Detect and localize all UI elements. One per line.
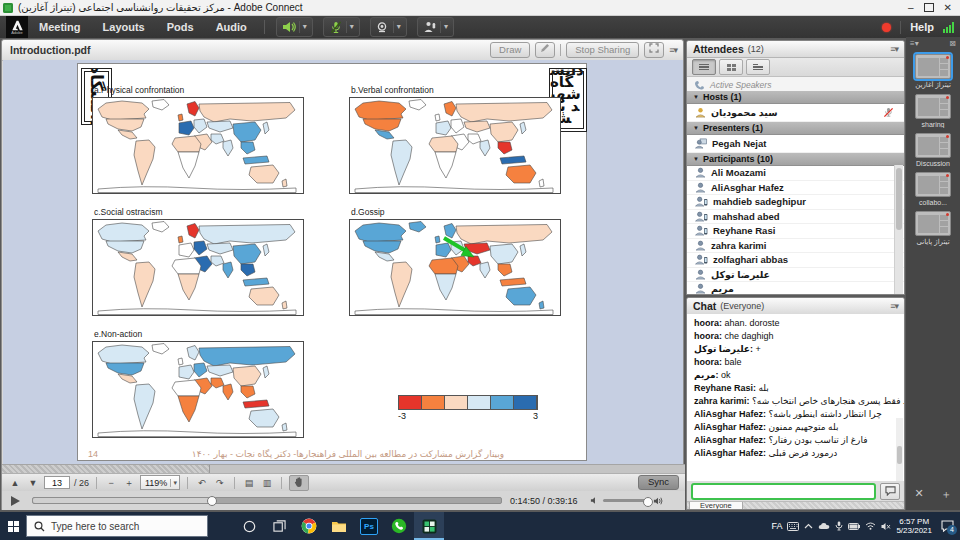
zoom-out-button[interactable]: −	[104, 476, 118, 490]
layouts-panel-menu-button[interactable]: ≡▾	[910, 39, 919, 48]
cortana-button[interactable]	[234, 512, 264, 540]
attendees-pod-menu-button[interactable]: ≡▾	[890, 44, 898, 54]
layout-thumbnail-3[interactable]	[915, 133, 951, 158]
share-pod-menu-button[interactable]: ≡▾	[669, 45, 677, 55]
battery-icon[interactable]	[848, 523, 860, 530]
photoshop-taskbar-icon[interactable]: Ps	[354, 512, 384, 540]
speaker-caret[interactable]: ▾	[299, 21, 310, 33]
attendee-row[interactable]: Ali Moazami	[687, 166, 904, 181]
status-caret[interactable]: ▾	[440, 21, 451, 33]
webcam-button[interactable]: ▾	[370, 17, 407, 37]
zoom-in-button[interactable]: ＋	[122, 476, 136, 490]
attendees-scrollbar[interactable]	[894, 165, 903, 294]
attendee-row[interactable]: سید محمودیان	[687, 104, 904, 122]
help-menu[interactable]: Help	[910, 21, 934, 33]
add-layout-button[interactable]: ＋	[941, 487, 952, 502]
continuous-view-button[interactable]: ▥	[260, 476, 274, 490]
attendee-row[interactable]: mahshad abed	[687, 210, 904, 225]
taskbar-search[interactable]: Type here to search	[26, 515, 208, 537]
chat-pod-menu-button[interactable]: ≡▾	[890, 301, 898, 311]
draw-button[interactable]: Draw	[490, 42, 530, 58]
notification-badge: 4	[947, 525, 957, 535]
file-explorer-taskbar-icon[interactable]	[324, 512, 354, 540]
menu-audio[interactable]: Audio	[205, 16, 258, 38]
tray-overflow-chevron-icon[interactable]	[804, 523, 813, 530]
touch-keyboard-icon[interactable]	[787, 522, 799, 531]
choropleth-map-2	[349, 97, 561, 194]
layout-thumbnail-5[interactable]	[915, 211, 951, 236]
rotate-right-button[interactable]: ↷	[213, 476, 227, 490]
task-view-button[interactable]	[264, 512, 294, 540]
maximize-button[interactable]	[924, 3, 934, 12]
speaker-volume-icon[interactable]	[653, 496, 664, 506]
language-indicator[interactable]: FA	[771, 521, 782, 531]
menu-pods[interactable]: Pods	[156, 16, 205, 38]
microphone-tray-icon[interactable]	[835, 521, 843, 531]
chat-message-list: hoora: ahan. dorostehoora: che daghighعل…	[687, 314, 904, 481]
onedrive-cloud-icon[interactable]	[818, 522, 830, 530]
playback-progress-slider[interactable]	[32, 497, 502, 504]
layout-thumbnail-4[interactable]	[915, 172, 951, 197]
chat-send-button[interactable]	[880, 483, 900, 500]
mute-icon[interactable]	[590, 496, 599, 505]
playback-progress-knob[interactable]	[207, 496, 217, 506]
next-page-button[interactable]: ▼	[26, 476, 40, 490]
attendee-row[interactable]: AliAsghar Hafez	[687, 181, 904, 196]
volume-knob[interactable]	[643, 497, 653, 507]
adobe-connect-taskbar-icon[interactable]	[414, 512, 444, 540]
chat-scrollbar[interactable]	[896, 418, 903, 481]
whatsapp-taskbar-icon[interactable]	[384, 512, 414, 540]
chat-scrollbar-thumb[interactable]	[897, 446, 902, 464]
attendee-row[interactable]: Pegah Nejat	[687, 135, 904, 153]
horizontal-scrollbar-thumb[interactable]	[2, 465, 210, 473]
wifi-icon[interactable]	[865, 522, 876, 530]
play-button[interactable]	[11, 496, 20, 506]
fullscreen-button[interactable]	[644, 42, 664, 58]
world-map-5	[92, 341, 304, 438]
attendee-row[interactable]: zahra karimi	[687, 239, 904, 254]
volume-muted-icon[interactable]	[881, 522, 891, 531]
attendee-row[interactable]: zolfaghari abbas	[687, 253, 904, 268]
attendee-group-header-1[interactable]: ▼Hosts (1)	[687, 91, 904, 104]
attendee-row[interactable]: علیرضا توکل	[687, 268, 904, 283]
microphone-caret[interactable]: ▾	[346, 21, 357, 33]
pen-tool-button[interactable]	[535, 42, 555, 58]
webcam-caret[interactable]: ▾	[393, 21, 404, 33]
stop-sharing-button[interactable]: Stop Sharing	[566, 42, 639, 58]
chat-input[interactable]	[691, 483, 876, 500]
menu-meeting[interactable]: Meeting	[28, 16, 92, 38]
volume-slider[interactable]	[603, 499, 649, 502]
attendee-group-header-2[interactable]: ▼Presenters (1)	[687, 122, 904, 135]
attendee-group-header-3[interactable]: ▼Participants (10)	[687, 153, 904, 166]
rotate-left-button[interactable]: ↶	[195, 476, 209, 490]
action-center-button[interactable]: 4	[937, 516, 957, 536]
zoom-level-select[interactable]: 119% ▾	[140, 475, 180, 490]
layouts-panel-close-icon[interactable]: ⊠	[949, 39, 956, 48]
single-page-view-button[interactable]: ▤	[242, 476, 256, 490]
close-button[interactable]: ✕	[944, 3, 952, 13]
attendee-row[interactable]: mahdieb sadeghipur	[687, 195, 904, 210]
attendee-grid-view-button[interactable]	[719, 59, 743, 75]
hand-tool-button[interactable]	[289, 475, 309, 491]
delete-layout-button[interactable]: ✕	[914, 487, 923, 502]
taskbar-clock[interactable]: 6:57 PM 5/23/2021	[896, 517, 932, 535]
layout-thumbnail-1[interactable]	[915, 54, 951, 79]
layout-thumbnail-2[interactable]	[915, 94, 951, 119]
menu-layouts[interactable]: Layouts	[92, 16, 156, 38]
speaker-button[interactable]: ▾	[276, 17, 313, 37]
chat-message-text: bale	[725, 357, 742, 367]
previous-page-button[interactable]: ▲	[8, 476, 22, 490]
chat-tab-everyone[interactable]: Everyone	[689, 502, 743, 510]
attendees-scrollbar-thumb[interactable]	[896, 168, 902, 230]
sync-button[interactable]: Sync	[638, 475, 679, 490]
chrome-taskbar-icon[interactable]	[294, 512, 324, 540]
attendee-row[interactable]: مریم	[687, 282, 904, 294]
page-number-input[interactable]	[44, 476, 70, 489]
attendee-status-view-button[interactable]	[746, 59, 770, 75]
start-button[interactable]	[0, 512, 26, 540]
microphone-button[interactable]: ▾	[323, 17, 360, 37]
minimize-button[interactable]: –	[908, 3, 914, 13]
status-button[interactable]: ▾	[417, 17, 454, 37]
attendee-row[interactable]: Reyhane Rasi	[687, 224, 904, 239]
attendee-list-view-button[interactable]	[692, 59, 716, 75]
